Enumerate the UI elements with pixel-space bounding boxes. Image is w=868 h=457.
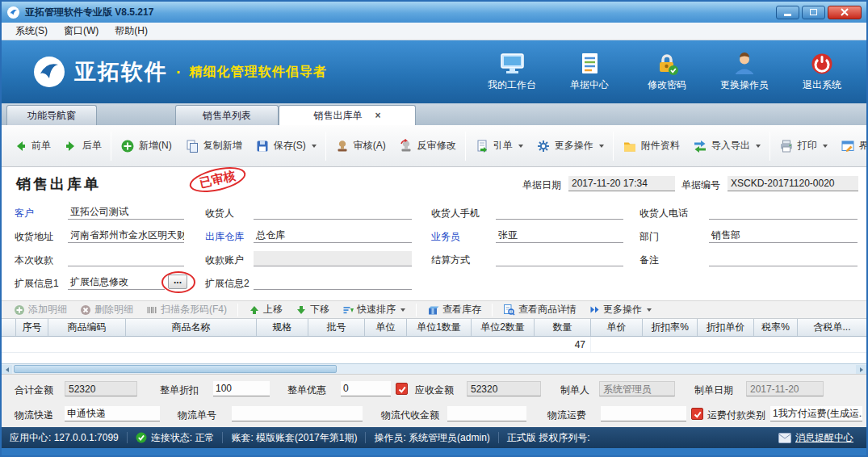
change-password-button[interactable]: 修改密码 — [637, 52, 697, 92]
doc-no-field: XSCKD-20171120-0020 — [728, 176, 858, 191]
banner-action-label: 单据中心 — [570, 78, 609, 92]
triangle-right-icon — [860, 367, 863, 372]
column-header[interactable]: 折扣率% — [643, 319, 698, 336]
tab-function-nav[interactable]: 功能导航窗 — [6, 105, 97, 125]
copy-new-button[interactable]: 复制新增 — [178, 129, 249, 163]
freight-type-field[interactable]: 1我方付运费(生成运... — [770, 406, 862, 421]
save-button[interactable]: 保存(S) — [249, 129, 323, 163]
document-center-button[interactable]: 单据中心 — [560, 52, 619, 92]
menu-window[interactable]: 窗口(W) — [57, 23, 106, 40]
ext1-more-button[interactable]: ... — [168, 275, 187, 289]
column-header[interactable]: 批号 — [308, 319, 365, 336]
attachments-button[interactable]: 附件资料 — [616, 129, 686, 163]
horizontal-scrollbar[interactable] — [2, 363, 866, 374]
arrow-up-icon — [249, 304, 260, 316]
receivable-field: 52320 — [467, 381, 541, 396]
ui-design-button[interactable]: 界面设计 — [834, 129, 868, 163]
menu-help[interactable]: 帮助(H) — [107, 23, 155, 40]
main-toolbar: 前单 后单 新增(N) 复制新增 保存(S) 审核(A) 反审修改 — [2, 125, 866, 167]
minimize-button[interactable] — [776, 6, 799, 19]
column-header[interactable]: 税率% — [754, 319, 798, 336]
grid-total-row[interactable]: 47 — [2, 337, 866, 353]
reduce-field[interactable]: 0 — [341, 381, 391, 396]
column-header[interactable]: 商品名称 — [126, 319, 257, 336]
brand-logo-icon — [32, 55, 66, 89]
banner-action-label: 修改密码 — [648, 78, 686, 92]
column-header[interactable]: 含税单... — [798, 319, 866, 336]
column-header[interactable]: 单位1数量 — [407, 319, 472, 336]
next-doc-button[interactable]: 后单 — [57, 129, 108, 163]
menu-system[interactable]: 系统(S) — [8, 23, 55, 40]
move-down-button[interactable]: 下移 — [290, 301, 335, 318]
column-header[interactable]: 规格 — [257, 319, 308, 336]
column-header[interactable]: 数量 — [535, 319, 591, 336]
user-icon — [732, 52, 757, 76]
view-product-detail-button[interactable]: 查看商品详情 — [497, 301, 582, 318]
receiver-field[interactable] — [254, 204, 412, 220]
receiver-mobile-field[interactable] — [496, 204, 623, 220]
warehouse-field[interactable]: 总仓库 — [254, 228, 412, 243]
tab-close-icon[interactable]: × — [375, 110, 380, 121]
ext2-label: 扩展信息2 — [205, 276, 249, 291]
detail-more-actions-button[interactable]: 更多操作 — [584, 301, 657, 318]
app-window: 亚拓管理软件专业版 V8.5.217 系统(S) 窗口(W) 帮助(H) 亚拓软… — [0, 0, 868, 457]
exit-system-button[interactable]: 退出系统 — [792, 52, 852, 92]
salesman-field[interactable]: 张亚 — [496, 228, 623, 243]
column-header[interactable]: 序号 — [16, 319, 48, 336]
my-workspace-button[interactable]: 我的工作台 — [482, 52, 542, 92]
maximize-button[interactable] — [802, 6, 825, 19]
tab-sales-outbound[interactable]: 销售出库单 × — [279, 105, 416, 125]
freight-field[interactable] — [601, 406, 686, 421]
department-field[interactable]: 销售部 — [709, 228, 858, 243]
check-icon — [694, 410, 702, 418]
button-label: 删除明细 — [94, 303, 133, 317]
delete-line-button[interactable]: 删除明细 — [74, 301, 139, 318]
audit-button[interactable]: 审核(A) — [329, 129, 392, 163]
scrollbar-thumb[interactable] — [14, 365, 337, 373]
scan-barcode-button[interactable]: 扫描条形码(F4) — [140, 301, 233, 318]
scroll-right-button[interactable] — [856, 365, 866, 374]
column-header[interactable]: 单位2数量 — [472, 319, 535, 336]
unaudit-button[interactable]: 反审修改 — [392, 129, 463, 163]
switch-operator-button[interactable]: 更换操作员 — [715, 52, 774, 92]
view-stock-button[interactable]: 查看库存 — [421, 301, 487, 318]
settle-type-field[interactable] — [496, 251, 623, 266]
quick-sort-button[interactable]: 快速排序 — [337, 301, 411, 318]
address-field[interactable]: 河南省郑州市金水区明天财 — [68, 228, 184, 243]
ext2-field[interactable] — [254, 275, 412, 290]
recalc-reduce-button[interactable] — [396, 383, 408, 395]
column-header[interactable]: 单位 — [365, 319, 407, 336]
tab-sales-list[interactable]: 销售单列表 — [175, 105, 279, 125]
payment-label: 本次收款 — [15, 253, 53, 267]
form-area: 销售出库单 已审核 单据日期 2017-11-20 17:34 单据编号 XSC… — [2, 167, 866, 300]
receiver-phone-field[interactable] — [709, 204, 858, 220]
more-actions-button[interactable]: 更多操作 — [530, 129, 610, 163]
pull-doc-button[interactable]: 引单 — [468, 129, 530, 163]
column-header[interactable]: 单价 — [591, 319, 643, 336]
discount-field[interactable]: 100 — [213, 381, 270, 396]
app-center-status: 应用中心: 127.0.0.1:7099 — [10, 431, 119, 445]
message-center-link[interactable]: 消息提醒中心 — [778, 431, 853, 445]
payment-field[interactable] — [68, 251, 184, 266]
ext1-field[interactable]: 扩展信息修改 — [68, 275, 165, 290]
column-header[interactable]: 折扣单价 — [698, 319, 754, 336]
account-field[interactable] — [254, 251, 412, 266]
print-button[interactable]: 打印 — [773, 129, 834, 163]
prev-doc-button[interactable]: 前单 — [6, 129, 57, 163]
import-export-button[interactable]: 导入导出 — [686, 129, 767, 163]
receiver-mobile-label: 收货人手机 — [431, 206, 480, 220]
customer-field[interactable]: 亚拓公司测试 — [68, 204, 184, 220]
express-field[interactable]: 申通快递 — [65, 406, 160, 421]
column-header[interactable]: 商品编码 — [48, 319, 126, 336]
close-button[interactable] — [828, 6, 862, 19]
remark-field[interactable] — [709, 251, 858, 266]
sort-icon — [342, 304, 354, 316]
move-up-button[interactable]: 上移 — [243, 301, 288, 318]
add-line-button[interactable]: 添加明细 — [8, 301, 73, 318]
cod-field[interactable] — [447, 406, 526, 421]
brand-slogan: 精细化管理软件倡导者 — [190, 64, 327, 81]
recalc-freight-button[interactable] — [691, 408, 703, 420]
scroll-left-button[interactable] — [2, 365, 12, 374]
tracking-field[interactable] — [232, 406, 363, 421]
new-button[interactable]: 新增(N) — [114, 129, 178, 163]
